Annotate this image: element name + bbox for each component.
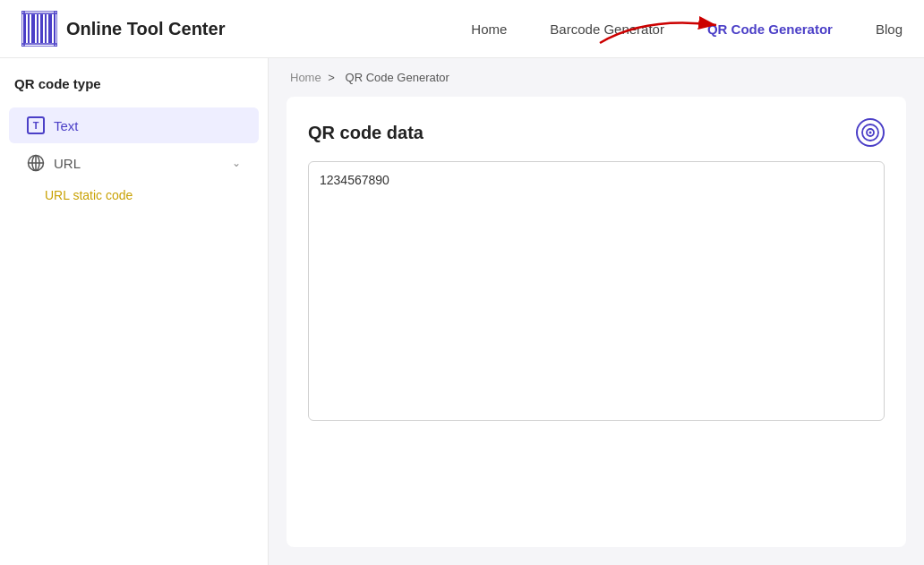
svg-point-19 — [869, 132, 872, 134]
sidebar-item-url-label: URL — [54, 156, 81, 171]
svg-rect-5 — [45, 14, 47, 43]
sidebar-title: QR code type — [0, 76, 268, 106]
breadcrumb: Home > QR Code Generator — [269, 58, 924, 97]
svg-rect-2 — [31, 14, 35, 43]
qr-code-panel: QR code data 1234567890 — [287, 97, 906, 547]
header: Online Tool Center Home Barcode Generato… — [0, 0, 924, 58]
svg-rect-3 — [37, 14, 38, 43]
nav-home[interactable]: Home — [471, 21, 507, 37]
breadcrumb-current: QR Code Generator — [346, 71, 449, 84]
url-static-code-link[interactable]: URL static code — [0, 183, 268, 208]
nav-qr-code-generator[interactable]: QR Code Generator — [707, 21, 833, 37]
logo-area: Online Tool Center — [21, 11, 225, 47]
chevron-down-icon: ⌄ — [232, 157, 241, 169]
svg-rect-8 — [21, 11, 57, 13]
settings-icon-svg — [860, 123, 880, 142]
svg-rect-10 — [21, 11, 24, 47]
svg-rect-4 — [40, 14, 43, 43]
nav-barcode-generator[interactable]: Barcode Generator — [550, 21, 664, 37]
logo-text: Online Tool Center — [66, 19, 225, 39]
qr-panel-header: QR code data — [308, 118, 885, 147]
content-area: Home > QR Code Generator QR code data 12… — [269, 58, 924, 565]
qr-data-textarea[interactable]: 1234567890 — [308, 161, 885, 421]
qr-panel-title: QR code data — [308, 123, 424, 143]
text-type-icon: T — [27, 116, 45, 134]
nav-blog[interactable]: Blog — [876, 21, 903, 37]
nav: Home Barcode Generator QR Code Generator… — [471, 21, 903, 37]
breadcrumb-home[interactable]: Home — [290, 71, 321, 84]
svg-rect-1 — [28, 14, 30, 43]
breadcrumb-separator: > — [328, 71, 335, 84]
logo-icon — [21, 11, 57, 47]
url-left: URL — [27, 154, 81, 172]
sidebar-item-text[interactable]: T Text — [9, 107, 259, 143]
main-layout: QR code type T Text URL ⌄ URL static cod… — [0, 58, 924, 565]
sidebar-item-url[interactable]: URL ⌄ — [9, 145, 259, 181]
svg-rect-11 — [55, 11, 57, 47]
sidebar: QR code type T Text URL ⌄ URL static cod… — [0, 58, 269, 565]
svg-rect-6 — [48, 14, 52, 43]
svg-rect-9 — [21, 44, 57, 47]
globe-icon — [27, 154, 45, 172]
sidebar-item-text-label: Text — [54, 118, 79, 133]
settings-button[interactable] — [856, 118, 885, 147]
